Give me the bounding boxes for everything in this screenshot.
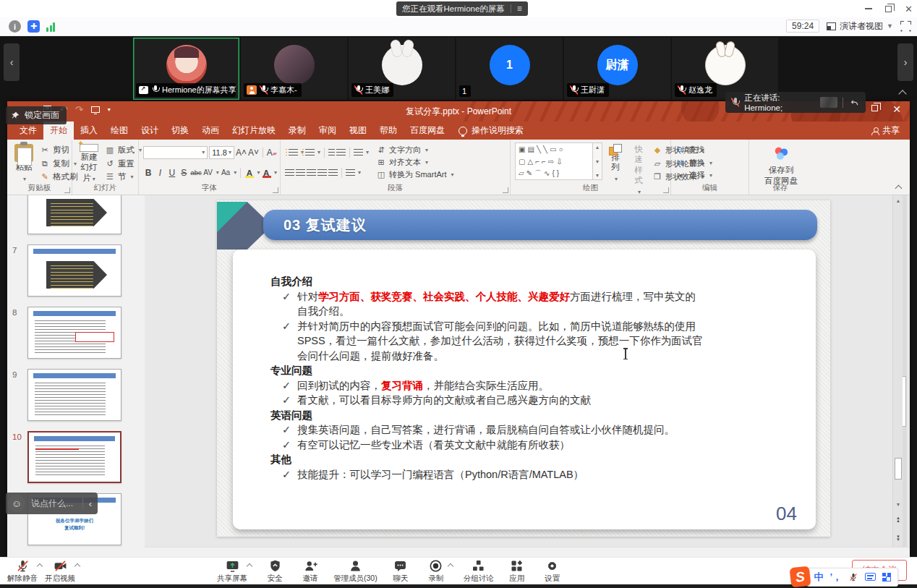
previous-slide-button[interactable]: ▲▲ [893,516,903,522]
font-name-combo[interactable]: ▾ [143,146,208,159]
redo-icon[interactable]: ↷ [75,105,83,114]
character-spacing-button[interactable]: AV [202,169,213,176]
toolbar-item-解除静音[interactable]: 解除静音 [7,558,38,584]
return-arrow-icon[interactable] [848,97,860,108]
ime-mic-icon[interactable] [848,572,858,582]
participant-tile[interactable]: 王美娜 [349,38,455,100]
tab-视图[interactable]: 视图 [343,122,373,140]
clear-formatting-button[interactable]: A▰ [267,148,277,158]
restore-button[interactable] [885,6,892,12]
reset-button[interactable]: ↺重置 [105,158,142,170]
thumbnail-card[interactable] [27,307,121,359]
toolbar-item-安全[interactable]: 安全 [263,558,287,584]
smartart-button[interactable]: ◫转换为 SmartArt▾ [376,169,453,181]
justify-button[interactable] [317,169,327,176]
increase-indent-button[interactable] [336,149,346,156]
tab-插入[interactable]: 插入 [74,122,104,140]
dialog-launcher-icon[interactable] [64,187,70,193]
shrink-font-button[interactable]: A˅ [248,148,259,158]
toolbar-item-expander[interactable] [447,563,453,569]
ime-toolbox-icon[interactable] [882,573,891,581]
layout-button[interactable]: ▥版式▾ [105,144,142,156]
shadow-button[interactable]: abc [190,169,201,176]
participant-tile[interactable]: 尉潇 王尉潇 [564,38,670,100]
tab-切换[interactable]: 切换 [165,122,195,140]
save-to-netdisk-button[interactable]: 保存到百度网盘 [754,142,809,188]
ime-keyboard-icon[interactable] [865,573,876,581]
italic-button[interactable]: I [155,168,165,178]
chat-quick-input[interactable]: ☺ 说点什么... ‹ [6,493,98,514]
fullscreen-icon[interactable] [900,21,911,32]
slide-canvas[interactable]: 03 复试建议 自我介绍 ✓针对学习方面、获奖竞赛、社会实践、个人技能、兴趣爱好… [217,200,830,537]
emoji-icon[interactable]: ☺ [8,495,25,512]
collapse-ribbon-button[interactable] [896,184,901,192]
distribute-button[interactable] [328,169,338,176]
participant-tile[interactable]: 赵逸龙 [672,38,778,100]
slide-thumbnail[interactable]: 10 [27,431,121,483]
lock-screen-tooltip[interactable]: 锁定画面 [6,106,67,124]
participant-tile[interactable]: Hermione的屏幕共享 [133,38,239,100]
arrange-button[interactable]: 排列▾ [606,142,625,184]
bold-button[interactable]: B [143,168,153,178]
strip-scroll-left-button[interactable]: ‹ [4,43,20,81]
next-slide-button[interactable]: ▼▼ [893,535,903,541]
ime-language-toggle[interactable]: 中 [814,571,823,584]
strikethrough-button[interactable]: S [179,168,189,178]
ppt-close-button[interactable]: ✕ [892,103,901,115]
toolbar-item-应用[interactable]: 应用 [505,558,529,584]
minimize-button[interactable] [865,8,872,9]
replace-button[interactable]: ab替换▾ [675,157,746,169]
new-slide-button[interactable]: 新建幻灯片▾ [77,142,101,184]
text-direction-button[interactable]: ⇵文字方向▾ [376,144,453,156]
align-text-button[interactable]: ⊞对齐文本▾ [376,156,453,169]
slide-thumbnail[interactable]: 9 [27,369,121,421]
tab-审阅[interactable]: 审阅 [312,122,343,140]
chat-collapse-icon[interactable]: ‹ [89,498,92,509]
share-button[interactable]: 共享 [861,122,910,140]
dialog-launcher-icon[interactable] [273,187,278,193]
dialog-launcher-icon[interactable] [503,187,508,193]
dialog-launcher-icon[interactable] [663,187,669,193]
align-left-button[interactable] [285,169,294,176]
slide-thumbnail[interactable]: 8 [27,307,121,359]
view-mode-select[interactable]: 演讲者视图 ▼ [827,20,893,33]
toolbar-item-共享屏幕[interactable]: 共享屏幕 [217,558,247,584]
strip-scroll-right-button[interactable]: › [897,43,913,81]
toolbar-item-expander[interactable] [37,563,43,569]
sogou-logo-icon[interactable]: S [790,566,811,588]
thumbnail-card[interactable] [27,244,121,297]
numbering-button[interactable] [305,149,315,156]
scroll-up-icon[interactable]: ▲ [893,198,903,203]
tab-帮助[interactable]: 帮助 [373,122,404,140]
columns-button[interactable] [346,169,355,176]
thumbnail-card[interactable] [27,431,121,483]
qat-customize-icon[interactable]: ▾ [108,107,111,113]
meeting-security-icon[interactable]: ✚ [27,20,40,33]
toolbar-item-邀请[interactable]: 邀请 [298,558,323,584]
select-button[interactable]: ➤选择▾ [675,169,746,182]
meeting-info-icon[interactable]: i [9,20,21,33]
network-signal-icon[interactable] [46,22,55,32]
line-spacing-button[interactable] [354,149,363,156]
thumbnail-card[interactable] [27,195,121,234]
highlight-color-button[interactable]: A [244,169,254,177]
vertical-scrollbar[interactable]: ▲ ▼ ▲▲ ▼▼ [892,195,903,557]
tell-me-search[interactable]: 操作说明搜索 [451,122,531,140]
slide-title-banner[interactable]: 03 复试建议 [263,210,817,240]
bullets-button[interactable] [289,149,298,156]
start-slideshow-icon[interactable] [91,106,100,113]
toolbar-item-聊天[interactable]: 聊天 [388,558,413,584]
tab-百度网盘[interactable]: 百度网盘 [404,122,451,140]
scrollbar-thumb[interactable] [895,458,902,480]
thumbnail-card[interactable] [27,369,121,421]
toolbar-item-设置[interactable]: 设置 [540,558,565,584]
slide-content-card[interactable]: 自我介绍 ✓针对学习方面、获奖竞赛、社会实践、个人技能、兴趣爱好方面进行梳理，写… [233,250,816,529]
ime-punctuation-toggle[interactable]: ’， [829,571,842,584]
section-button[interactable]: ☰节▾ [105,171,142,183]
quick-styles-button[interactable]: 快速样式▾ [628,142,649,184]
slide-thumbnail[interactable]: 7 [27,244,121,297]
tab-设计[interactable]: 设计 [135,122,165,140]
banner-menu-icon[interactable]: ≡ [517,4,522,14]
font-color-button[interactable]: A [262,169,271,177]
chat-placeholder[interactable]: 说点什么... [31,498,77,510]
